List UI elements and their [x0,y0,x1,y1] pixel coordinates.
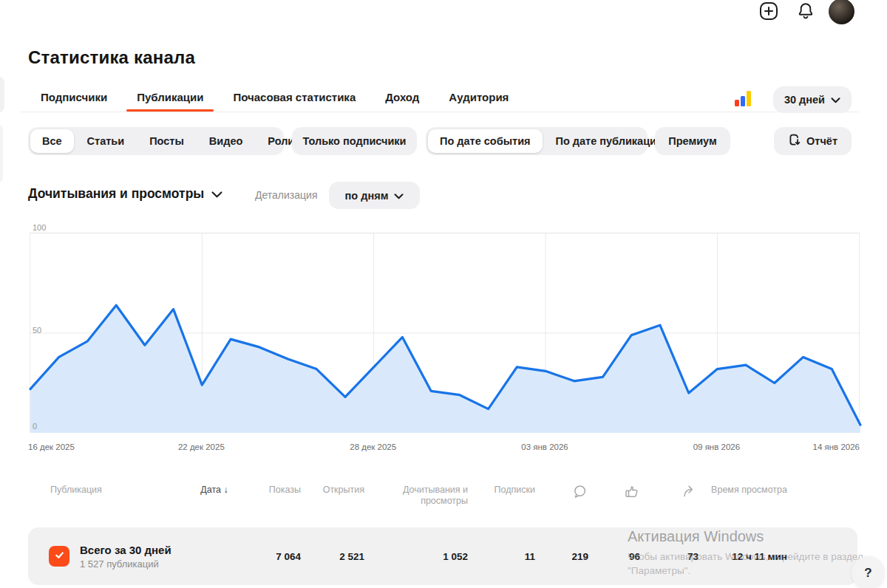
column-likes [588,485,640,507]
filter-articles[interactable]: Статьи [75,129,137,153]
x-axis-tick: 14 янв 2026 [813,442,860,451]
tab-income[interactable]: Доход [375,83,429,112]
notifications-button[interactable] [797,1,815,24]
cell-watch-time: 12 ч 11 мин [699,551,787,562]
tabs-divider [21,112,859,112]
column-reads: Дочитывания и просмотры [364,485,468,507]
cell-shares: 73 [640,551,699,562]
date-mode-segmented-control: По дате события По дате публикации [426,127,648,155]
bar-chart-icon[interactable] [735,91,751,106]
y-axis-tick: 0 [33,422,37,431]
x-axis-tick: 22 дек 2025 [178,442,225,451]
page-title: Статистика канала [28,47,195,68]
row-publication-cell: Всего за 30 дней 1 527 публикаций [28,544,194,570]
row-title: Всего за 30 дней [80,544,171,556]
cell-opens: 2 521 [301,551,364,562]
filter-all[interactable]: Все [30,129,74,153]
row-subtitle: 1 527 публикаций [80,558,171,570]
tab-subscribers[interactable]: Подписчики [30,83,118,112]
filter-posts[interactable]: Посты [137,129,196,153]
x-axis-tick: 28 дек 2025 [350,442,396,451]
chevron-down-icon [831,94,840,106]
x-axis-tick: 16 дек 2025 [28,442,75,451]
filter-videos[interactable]: Видео [197,129,255,153]
channel-statistics-page: Статистика канала Подписчики Публикации … [0,0,887,588]
help-button[interactable]: ? [852,556,885,588]
comment-icon [573,485,587,507]
detail-label: Детализация [255,189,317,201]
column-subscriptions: Подписки [468,485,535,507]
row-checkbox[interactable] [49,546,69,567]
cell-impressions: 7 064 [235,551,301,562]
filter-by-event-date[interactable]: По дате события [428,129,543,153]
tab-publications[interactable]: Публикации [126,83,214,112]
cell-subscriptions: 11 [468,551,535,562]
plus-icon [759,10,778,23]
reads-views-area-chart[interactable] [30,233,860,432]
column-date-sort[interactable]: Дата ↓ [194,485,235,507]
x-axis-tick: 09 янв 2026 [693,442,740,451]
bell-icon [797,10,815,23]
period-select[interactable]: 30 дней [773,86,852,113]
report-label: Отчёт [806,135,837,147]
column-impressions: Показы [235,485,301,507]
column-opens: Открытия [301,485,364,507]
tab-hourly-statistics[interactable]: Почасовая статистика [222,83,366,112]
metric-select[interactable]: Дочитывания и просмотры [28,186,222,202]
statistics-tabs: Подписчики Публикации Почасовая статисти… [30,83,519,112]
column-publication: Публикация [28,485,194,507]
content-type-segmented-control: Все Статьи Посты Видео Ролики [28,127,284,155]
detail-value: по дням [345,190,389,202]
sort-desc-icon: ↓ [223,485,228,495]
publications-table-header: Публикация Дата ↓ Показы Открытия Дочиты… [28,485,857,507]
metric-title: Дочитывания и просмотры [28,186,204,202]
cell-likes: 96 [588,551,640,562]
report-button[interactable]: Отчёт [774,127,852,155]
user-avatar[interactable] [829,0,854,24]
period-value: 30 дней [784,94,825,106]
detail-select[interactable]: по дням [329,182,420,209]
y-axis-tick: 50 [33,326,41,335]
cell-comments: 219 [535,551,588,562]
tab-audience[interactable]: Аудитория [438,83,519,112]
check-icon [54,550,65,564]
column-watch-time: Время просмотра [699,485,787,507]
y-axis-tick: 100 [33,223,46,232]
subscribers-only-button[interactable]: Только подписчики [292,127,417,155]
cell-reads: 1 052 [364,551,468,562]
column-comments [535,485,588,507]
share-icon [682,485,697,507]
chart-canvas [30,233,860,433]
chevron-down-icon [211,186,222,202]
chevron-down-icon [394,190,404,202]
x-axis-tick: 03 янв 2026 [521,442,568,451]
chart-x-axis: 16 дек 2025 22 дек 2025 28 дек 2025 03 я… [0,442,887,454]
premium-button[interactable]: Премиум [655,127,730,155]
summary-table-row[interactable]: Всего за 30 дней 1 527 публикаций 7 064 … [28,527,857,585]
question-mark-icon: ? [864,566,871,581]
column-shares [640,485,699,507]
clipped-left-panel-fragment [0,76,4,113]
clipped-left-panel-fragment [0,124,3,183]
download-report-icon [788,133,801,149]
thumbs-up-icon [625,485,639,507]
add-button[interactable] [759,1,778,24]
